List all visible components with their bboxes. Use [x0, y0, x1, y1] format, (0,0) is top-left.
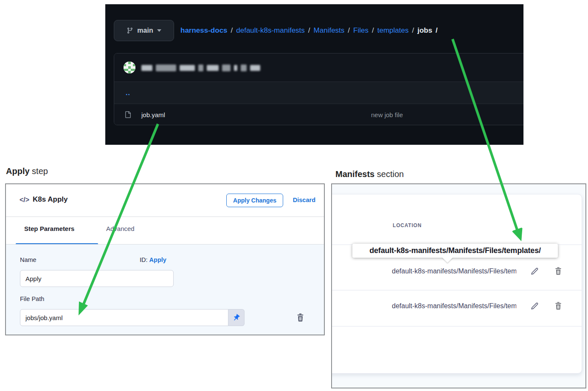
pencil-icon — [530, 267, 539, 276]
header-divider — [6, 217, 324, 217]
breadcrumb-dir-3[interactable]: Files — [353, 26, 369, 35]
name-field-label: Name — [20, 256, 37, 263]
breadcrumb-separator: / — [348, 26, 350, 35]
pencil-icon — [530, 301, 539, 311]
row-divider — [331, 290, 582, 290]
location-tooltip: default-k8s-manifests/Manifests/Files/te… — [352, 244, 558, 258]
code-icon: </> — [20, 196, 29, 204]
step-title: K8s Apply — [33, 195, 68, 204]
file-path-label: File Path — [20, 295, 44, 302]
breadcrumb-separator: / — [372, 26, 374, 35]
file-row[interactable]: job.yaml new job file — [114, 104, 523, 125]
manifests-section-panel: LOCATION default-k8s-manifests/Manifests… — [331, 183, 586, 388]
step-panel-header: </> K8s Apply Apply Changes Discard — [6, 184, 324, 217]
edit-manifest-button[interactable] — [530, 267, 539, 276]
apply-step-caption-rest: step — [30, 166, 48, 176]
file-name-link[interactable]: job.yaml — [141, 111, 165, 118]
breadcrumb-separator: / — [436, 26, 438, 35]
screenshot-canvas: main harness-docs / default-k8s-manifest… — [0, 0, 588, 391]
manifest-location-row: default-k8s-manifests/Manifests/Files/te… — [392, 267, 516, 275]
breadcrumb-dir-1[interactable]: default-k8s-manifests — [236, 26, 305, 35]
tooltip-caret — [442, 257, 453, 263]
breadcrumb: harness-docs / default-k8s-manifests / M… — [180, 20, 438, 41]
trash-icon — [554, 266, 563, 276]
parent-directory-row[interactable]: .. — [114, 82, 523, 104]
chevron-down-icon — [157, 29, 161, 32]
location-column-header: LOCATION — [393, 222, 422, 228]
file-path-input[interactable] — [20, 309, 228, 326]
fixed-value-pin-button[interactable] — [228, 309, 245, 326]
redacted-commit-message — [141, 65, 260, 71]
breadcrumb-dir-4[interactable]: templates — [377, 26, 409, 35]
git-branch-icon — [127, 27, 133, 34]
delete-manifest-button[interactable] — [554, 301, 563, 310]
manifests-caption-bold: Manifests — [335, 169, 374, 179]
apply-step-caption: Apply step — [6, 166, 48, 176]
latest-commit-row[interactable] — [114, 53, 523, 82]
apply-changes-label: Apply Changes — [233, 197, 276, 204]
branch-selector-button[interactable]: main — [114, 20, 174, 41]
delete-step-button[interactable] — [295, 312, 306, 323]
breadcrumb-dir-2[interactable]: Manifests — [314, 26, 345, 35]
manifests-caption-rest: section — [374, 169, 404, 179]
file-icon — [124, 111, 131, 120]
tab-advanced[interactable]: Advanced — [106, 225, 135, 232]
id-value-link[interactable]: Apply — [149, 256, 166, 263]
apply-changes-button[interactable]: Apply Changes — [226, 194, 283, 207]
parent-directory-link[interactable]: .. — [114, 89, 130, 97]
delete-manifest-button[interactable] — [554, 266, 563, 276]
branch-name: main — [137, 27, 153, 34]
commit-avatar — [124, 62, 135, 73]
breadcrumb-separator: / — [412, 26, 414, 35]
tab-step-parameters[interactable]: Step Parameters — [24, 225, 74, 232]
edit-manifest-button[interactable] — [530, 301, 539, 311]
manifest-location-row: default-k8s-manifests/Manifests/Files/te… — [392, 302, 516, 310]
apply-step-caption-bold: Apply — [6, 166, 30, 176]
trash-icon — [554, 301, 563, 310]
manifests-card: LOCATION default-k8s-manifests/Manifests… — [331, 194, 582, 374]
file-path-group — [20, 309, 245, 326]
pin-icon — [232, 314, 240, 322]
k8s-apply-step-panel: </> K8s Apply Apply Changes Discard Step… — [5, 183, 325, 335]
breadcrumb-repo[interactable]: harness-docs — [180, 26, 228, 35]
trash-icon — [295, 312, 305, 322]
step-parameters-form: Name ID: Apply File Path — [6, 245, 324, 335]
row-divider — [331, 326, 582, 326]
manifests-section-caption: Manifests section — [335, 169, 404, 179]
step-id-row: ID: Apply — [140, 256, 166, 263]
breadcrumb-separator: / — [231, 26, 233, 35]
id-label: ID: — [140, 256, 148, 263]
name-input[interactable] — [20, 270, 174, 287]
github-file-browser: main harness-docs / default-k8s-manifest… — [105, 4, 523, 145]
breadcrumb-current-dir: jobs — [417, 26, 432, 35]
file-commit-message[interactable]: new job file — [371, 111, 403, 118]
breadcrumb-separator: / — [308, 26, 310, 35]
file-list-table: .. job.yaml new job file — [114, 53, 523, 125]
discard-button[interactable]: Discard — [293, 197, 315, 203]
